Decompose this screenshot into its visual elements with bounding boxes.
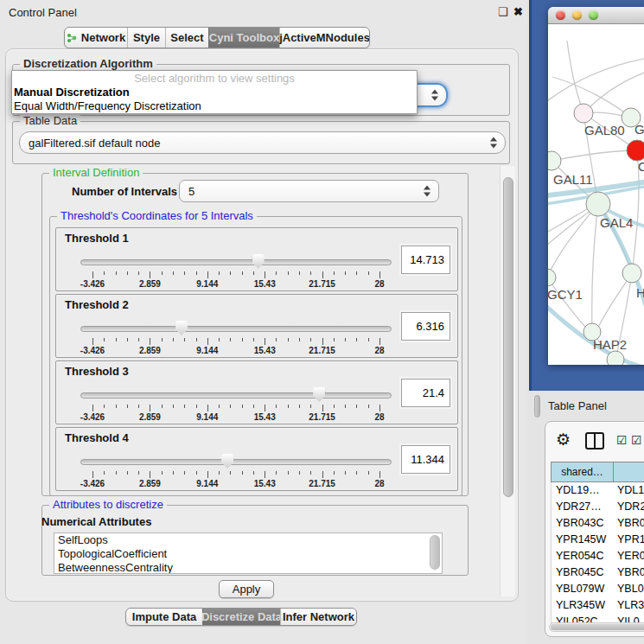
- slider-track[interactable]: [80, 459, 392, 465]
- tick-label: -3.426: [80, 412, 105, 422]
- tick-mark: [310, 271, 311, 275]
- mac-close-icon[interactable]: [556, 10, 565, 20]
- tick-mark: [92, 471, 93, 478]
- tick-mark: [162, 405, 163, 408]
- network-node-c[interactable]: [627, 140, 644, 161]
- threshold-slider[interactable]: -3.4262.8599.14415.4321.71528: [80, 252, 392, 290]
- network-canvas[interactable]: GAL80G.CGAL11GAL4GCY1HHAP2: [548, 25, 644, 365]
- numerical-attributes-list[interactable]: SelfLoopsTopologicalCoefficientBetweenne…: [54, 532, 443, 574]
- threshold-value-field[interactable]: 11.344: [401, 445, 450, 474]
- threshold-slider[interactable]: -3.4262.8599.14415.4321.71528: [80, 452, 392, 490]
- combo-stepper: [431, 90, 438, 101]
- tick-mark: [345, 471, 346, 475]
- tick-label: -3.426: [80, 479, 105, 488]
- tick-label: 21.715: [309, 346, 335, 355]
- network-node-h[interactable]: [622, 264, 641, 283]
- tab-discretize-data[interactable]: Discretize Data: [202, 609, 280, 625]
- tick-mark: [219, 338, 220, 341]
- network-node-gal80[interactable]: [574, 104, 593, 123]
- network-window-titlebar[interactable]: [548, 7, 644, 24]
- close-icon[interactable]: ✖: [513, 5, 523, 18]
- table-row[interactable]: YPR145WYPR1: [552, 532, 644, 548]
- tick-mark: [288, 271, 289, 275]
- threshold-slider[interactable]: -3.4262.8599.14415.4321.71528: [80, 319, 392, 357]
- algorithm-option[interactable]: Equal Width/Frequency Discretization: [12, 99, 417, 113]
- table-horizontal-scrollbar[interactable]: [549, 622, 644, 632]
- network-view-window[interactable]: GAL80G.CGAL11GAL4GCY1HHAP2: [548, 7, 644, 365]
- tick-mark: [356, 405, 357, 408]
- network-node-gcy1[interactable]: [548, 269, 556, 286]
- gear-icon[interactable]: ⚙: [556, 430, 571, 449]
- tab-cyni-toolbox[interactable]: Cyni Toolbox: [208, 28, 279, 48]
- slider-track[interactable]: [80, 392, 392, 399]
- table-body[interactable]: YDL19…YDL1YDR27…YDR2YBR043CYBR0YPR145WYP…: [551, 482, 644, 623]
- slider-track[interactable]: [80, 259, 392, 265]
- mac-minimize-icon[interactable]: [572, 10, 582, 20]
- table-row[interactable]: YER054CYER0: [552, 548, 644, 564]
- apply-button[interactable]: Apply: [219, 580, 274, 598]
- table-row[interactable]: YDR27…YDR2: [552, 499, 644, 515]
- vertical-scrollbar[interactable]: [500, 166, 515, 596]
- network-node-gal11[interactable]: [548, 151, 561, 170]
- threshold-value-field[interactable]: 6.316: [401, 312, 450, 341]
- tick-mark: [104, 405, 105, 408]
- table-data-selected-value: galFiltered.sif default node: [29, 137, 160, 150]
- algorithm-option[interactable]: Manual Discretization: [12, 86, 417, 99]
- attribute-list-item[interactable]: TopologicalCoefficient: [54, 547, 442, 561]
- tick-mark: [334, 471, 335, 475]
- table-row[interactable]: YBL079WYBL0: [552, 581, 644, 597]
- float-window-icon[interactable]: ❑: [498, 5, 508, 18]
- threshold-value-field[interactable]: 14.713: [401, 245, 450, 274]
- tick-mark: [299, 405, 300, 408]
- tick-mark: [184, 405, 185, 408]
- tick-mark: [356, 471, 357, 475]
- tick-mark: [173, 271, 174, 275]
- app-root: Control Panel ❑ ✖ NetworkStyleSelectCyni…: [0, 0, 644, 644]
- select-all-checkbox-icon[interactable]: ☑: [616, 433, 628, 447]
- tick-mark: [334, 338, 335, 341]
- table-row[interactable]: YLR345WYLR3: [552, 597, 644, 614]
- tick-mark: [379, 471, 380, 478]
- select-none-checkbox-icon[interactable]: ☑: [631, 433, 642, 447]
- table-horizontal-scrollbar-thumb[interactable]: [551, 624, 644, 630]
- tab-network[interactable]: Network: [65, 28, 127, 48]
- threshold-slider[interactable]: -3.4262.8599.14415.4321.71528: [80, 386, 392, 424]
- tick-mark: [242, 338, 243, 341]
- tab-style[interactable]: Style: [127, 28, 165, 48]
- mac-zoom-icon[interactable]: [589, 10, 598, 20]
- column-header-shared-name[interactable]: shared…: [552, 462, 614, 481]
- slider-handle-icon[interactable]: [252, 254, 265, 269]
- table-row[interactable]: YBR043CYBR0: [552, 515, 644, 532]
- threshold-label: Threshold 3: [65, 365, 129, 378]
- tick-label: 21.715: [309, 279, 335, 289]
- network-node-gal4[interactable]: [586, 192, 610, 216]
- tab-infer-network[interactable]: Infer Network: [280, 609, 356, 625]
- tick-mark: [184, 271, 185, 275]
- attribute-list-item[interactable]: BetweennessCentrality: [54, 561, 442, 574]
- table-row[interactable]: YDL19…YDL1: [552, 482, 644, 499]
- number-of-intervals-combobox[interactable]: 5: [179, 180, 439, 202]
- table-row[interactable]: YBR045CYBR0: [552, 564, 644, 581]
- table-data-combobox[interactable]: galFiltered.sif default node: [19, 131, 506, 154]
- tab-label: jActiveMNodules: [279, 31, 370, 44]
- splitter-grip[interactable]: [534, 395, 540, 418]
- slider-handle-icon[interactable]: [221, 454, 233, 469]
- tick-mark: [310, 471, 311, 475]
- tab-impute-data[interactable]: Impute Data: [126, 609, 202, 625]
- attributes-scrollbar-thumb[interactable]: [430, 535, 440, 570]
- threshold-value-field[interactable]: 21.4: [401, 379, 450, 407]
- slider-handle-icon[interactable]: [313, 387, 325, 402]
- slider-handle-icon[interactable]: [175, 321, 188, 335]
- tab-select[interactable]: Select: [165, 28, 208, 48]
- column-view-icon[interactable]: [585, 432, 604, 450]
- column-header-name[interactable]: n: [614, 462, 644, 481]
- tick-mark: [219, 405, 220, 408]
- tab-jactivemnodules[interactable]: jActiveMNodules: [279, 28, 369, 48]
- slider-track[interactable]: [80, 326, 392, 332]
- tick-mark: [127, 271, 128, 275]
- network-node-label: C: [638, 159, 644, 174]
- vertical-scrollbar-thumb[interactable]: [503, 177, 513, 497]
- tab-label: Style: [133, 31, 160, 44]
- attribute-list-item[interactable]: SelfLoops: [54, 533, 442, 547]
- network-node[interactable]: [607, 351, 624, 365]
